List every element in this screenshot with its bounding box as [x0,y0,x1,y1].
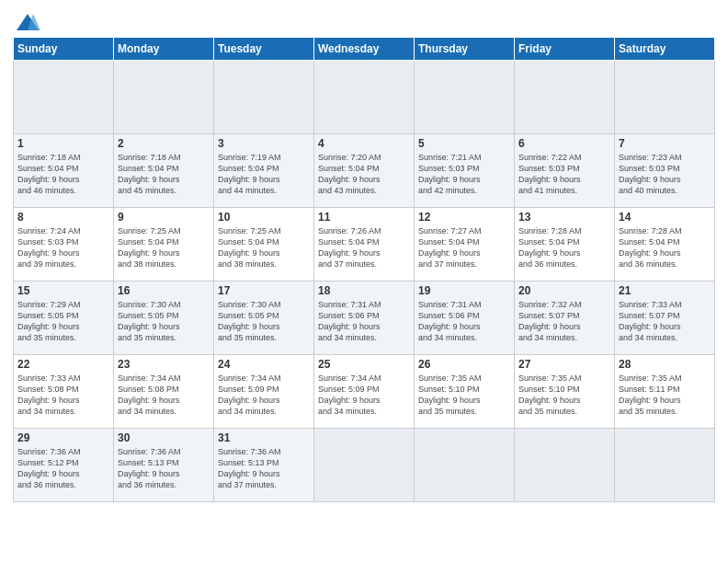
day-info: Sunrise: 7:29 AM Sunset: 5:05 PM Dayligh… [17,300,81,342]
day-number: 18 [318,284,410,297]
col-header-friday: Friday [515,38,615,61]
day-info: Sunrise: 7:26 AM Sunset: 5:04 PM Dayligh… [318,226,381,269]
calendar-table: SundayMondayTuesdayWednesdayThursdayFrid… [13,37,715,502]
day-number: 6 [518,137,610,150]
day-cell: 21Sunrise: 7:33 AM Sunset: 5:07 PM Dayli… [615,282,715,355]
day-cell: 24Sunrise: 7:34 AM Sunset: 5:09 PM Dayli… [214,355,314,429]
col-header-wednesday: Wednesday [314,38,415,61]
day-number: 3 [218,137,310,150]
day-number: 4 [318,137,410,150]
col-header-saturday: Saturday [615,38,715,61]
day-info: Sunrise: 7:31 AM Sunset: 5:06 PM Dayligh… [318,300,381,342]
day-cell: 11Sunrise: 7:26 AM Sunset: 5:04 PM Dayli… [314,208,415,282]
day-number: 20 [518,284,610,297]
day-info: Sunrise: 7:33 AM Sunset: 5:07 PM Dayligh… [619,300,682,342]
header [13,9,715,29]
day-info: Sunrise: 7:20 AM Sunset: 5:04 PM Dayligh… [318,153,381,195]
day-info: Sunrise: 7:34 AM Sunset: 5:09 PM Dayligh… [318,373,381,416]
logo-icon [15,9,40,29]
week-row-5: 29Sunrise: 7:36 AM Sunset: 5:12 PM Dayli… [14,429,715,502]
day-info: Sunrise: 7:21 AM Sunset: 5:03 PM Dayligh… [418,153,482,195]
day-number: 13 [518,211,610,224]
day-cell: 30Sunrise: 7:36 AM Sunset: 5:13 PM Dayli… [114,429,214,502]
day-info: Sunrise: 7:18 AM Sunset: 5:04 PM Dayligh… [17,153,81,195]
day-cell: 29Sunrise: 7:36 AM Sunset: 5:12 PM Dayli… [14,429,114,502]
day-cell [615,61,715,134]
page-container: SundayMondayTuesdayWednesdayThursdayFrid… [0,0,728,508]
day-info: Sunrise: 7:36 AM Sunset: 5:12 PM Dayligh… [17,447,81,489]
day-info: Sunrise: 7:19 AM Sunset: 5:04 PM Dayligh… [218,153,281,195]
day-cell: 8Sunrise: 7:24 AM Sunset: 5:03 PM Daylig… [14,208,114,282]
col-header-tuesday: Tuesday [214,38,314,61]
day-cell: 2Sunrise: 7:18 AM Sunset: 5:04 PM Daylig… [114,134,214,208]
day-info: Sunrise: 7:35 AM Sunset: 5:11 PM Dayligh… [619,373,682,416]
week-row-4: 22Sunrise: 7:33 AM Sunset: 5:08 PM Dayli… [14,355,715,429]
day-number: 16 [118,284,210,297]
day-cell [314,429,415,502]
logo [13,9,40,29]
day-cell: 19Sunrise: 7:31 AM Sunset: 5:06 PM Dayli… [415,282,515,355]
day-cell: 13Sunrise: 7:28 AM Sunset: 5:04 PM Dayli… [515,208,615,282]
day-number: 28 [619,358,711,371]
day-number: 12 [418,211,510,224]
day-info: Sunrise: 7:18 AM Sunset: 5:04 PM Dayligh… [118,153,181,195]
day-number: 30 [118,431,210,444]
day-number: 29 [17,431,109,444]
day-info: Sunrise: 7:31 AM Sunset: 5:06 PM Dayligh… [418,300,482,342]
day-info: Sunrise: 7:25 AM Sunset: 5:04 PM Dayligh… [118,226,181,269]
day-info: Sunrise: 7:36 AM Sunset: 5:13 PM Dayligh… [218,447,281,489]
day-cell: 3Sunrise: 7:19 AM Sunset: 5:04 PM Daylig… [214,134,314,208]
day-cell: 10Sunrise: 7:25 AM Sunset: 5:04 PM Dayli… [214,208,314,282]
day-cell: 27Sunrise: 7:35 AM Sunset: 5:10 PM Dayli… [515,355,615,429]
day-number: 14 [619,211,711,224]
week-row-3: 15Sunrise: 7:29 AM Sunset: 5:05 PM Dayli… [14,282,715,355]
day-cell: 17Sunrise: 7:30 AM Sunset: 5:05 PM Dayli… [214,282,314,355]
day-cell: 5Sunrise: 7:21 AM Sunset: 5:03 PM Daylig… [415,134,515,208]
day-cell [214,61,314,134]
week-row-2: 8Sunrise: 7:24 AM Sunset: 5:03 PM Daylig… [14,208,715,282]
day-cell [515,61,615,134]
day-cell: 4Sunrise: 7:20 AM Sunset: 5:04 PM Daylig… [314,134,415,208]
day-info: Sunrise: 7:35 AM Sunset: 5:10 PM Dayligh… [418,373,482,416]
day-cell: 22Sunrise: 7:33 AM Sunset: 5:08 PM Dayli… [14,355,114,429]
day-info: Sunrise: 7:28 AM Sunset: 5:04 PM Dayligh… [619,226,682,269]
week-row-0 [14,61,715,134]
day-number: 2 [118,137,210,150]
day-cell [114,61,214,134]
col-header-monday: Monday [114,38,214,61]
day-cell [415,61,515,134]
day-number: 7 [619,137,711,150]
day-cell: 7Sunrise: 7:23 AM Sunset: 5:03 PM Daylig… [615,134,715,208]
day-number: 25 [318,358,410,371]
day-number: 17 [218,284,310,297]
day-info: Sunrise: 7:35 AM Sunset: 5:10 PM Dayligh… [518,373,582,416]
day-info: Sunrise: 7:24 AM Sunset: 5:03 PM Dayligh… [17,226,81,269]
day-number: 26 [418,358,510,371]
col-header-thursday: Thursday [415,38,515,61]
day-number: 27 [518,358,610,371]
day-cell: 15Sunrise: 7:29 AM Sunset: 5:05 PM Dayli… [14,282,114,355]
day-number: 11 [318,211,410,224]
day-cell: 14Sunrise: 7:28 AM Sunset: 5:04 PM Dayli… [615,208,715,282]
day-cell [314,61,415,134]
day-info: Sunrise: 7:32 AM Sunset: 5:07 PM Dayligh… [518,300,582,342]
day-cell: 6Sunrise: 7:22 AM Sunset: 5:03 PM Daylig… [515,134,615,208]
day-info: Sunrise: 7:36 AM Sunset: 5:13 PM Dayligh… [118,447,181,489]
day-cell: 16Sunrise: 7:30 AM Sunset: 5:05 PM Dayli… [114,282,214,355]
day-info: Sunrise: 7:27 AM Sunset: 5:04 PM Dayligh… [418,226,482,269]
day-number: 22 [17,358,109,371]
day-cell [415,429,515,502]
day-info: Sunrise: 7:34 AM Sunset: 5:08 PM Dayligh… [118,373,181,416]
day-cell: 23Sunrise: 7:34 AM Sunset: 5:08 PM Dayli… [114,355,214,429]
day-number: 15 [17,284,109,297]
day-cell: 31Sunrise: 7:36 AM Sunset: 5:13 PM Dayli… [214,429,314,502]
day-cell: 26Sunrise: 7:35 AM Sunset: 5:10 PM Dayli… [415,355,515,429]
day-info: Sunrise: 7:22 AM Sunset: 5:03 PM Dayligh… [518,153,582,195]
day-number: 5 [418,137,510,150]
day-number: 19 [418,284,510,297]
header-row: SundayMondayTuesdayWednesdayThursdayFrid… [14,38,715,61]
day-cell [14,61,114,134]
week-row-1: 1Sunrise: 7:18 AM Sunset: 5:04 PM Daylig… [14,134,715,208]
day-number: 8 [17,211,109,224]
day-number: 31 [218,431,310,444]
